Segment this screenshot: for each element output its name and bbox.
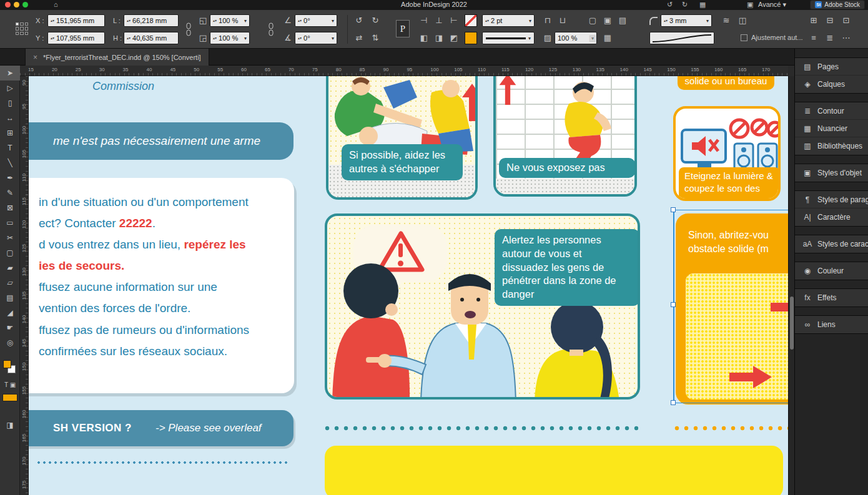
line-tool-icon[interactable]: ╲ [0, 155, 20, 170]
document-tab[interactable]: × *Flyer_terroristThreat_DEC.indd @ 150%… [25, 49, 209, 66]
pencil-tool-icon[interactable]: ✎ [0, 185, 20, 200]
selection-frame-edge[interactable] [673, 403, 788, 403]
path-profile-preview[interactable] [649, 32, 714, 44]
panel-tab-styles-de-parag[interactable]: ¶Styles de parag [795, 191, 868, 208]
reference-point-proxy[interactable] [16, 22, 28, 35]
formatting-affects-text-icon[interactable]: T ▣ [0, 379, 20, 390]
constrain-scale-icon[interactable] [267, 22, 275, 36]
checkbox-box[interactable] [741, 34, 747, 41]
scissors-tool-icon[interactable]: ✂ [0, 230, 20, 245]
hand-tool-icon[interactable]: ☛ [0, 320, 20, 335]
wrap-column-icon[interactable]: ▦ [601, 32, 614, 44]
comic-panel-alert-people[interactable]: Alertez les personnes autour de vous et … [325, 213, 640, 399]
wrap-bounding-icon[interactable]: ▣ [601, 14, 614, 27]
text-style-icon[interactable]: ≣ [823, 32, 837, 44]
rotate-ccw-icon[interactable]: ↺ [352, 14, 366, 27]
panel-tab-biblioth-ques[interactable]: ▥Bibliothèques [795, 137, 868, 155]
cap-butt-icon[interactable]: ⊓ [541, 14, 555, 27]
rectangle-tool-icon[interactable]: ▭ [0, 215, 20, 230]
yellow-section-block[interactable] [325, 446, 783, 495]
object-export-icon[interactable]: ⊞ [807, 14, 821, 27]
distribute-left-icon[interactable]: ◧ [417, 32, 431, 44]
rotate-cw-icon[interactable]: ↻ [368, 14, 382, 27]
flip-horizontal-icon[interactable]: ⇄ [352, 32, 366, 44]
gradient-feather-tool-icon[interactable]: ▱ [0, 275, 20, 290]
align-left-icon[interactable]: ⊣ [417, 14, 431, 27]
more-options-icon[interactable]: ⋯ [839, 32, 853, 44]
direct-selection-tool-icon[interactable]: ▷ [0, 81, 20, 96]
selection-handle[interactable] [671, 207, 676, 212]
scrollbar-thumb[interactable] [790, 297, 794, 350]
zoom-tool-icon[interactable]: ◎ [0, 335, 20, 350]
rectangle-frame-tool-icon[interactable]: ⊠ [0, 200, 20, 215]
stroke-color-swatch[interactable] [465, 14, 477, 27]
panel-tab-contour[interactable]: ≣Contour [795, 102, 868, 120]
constrain-dimensions-icon[interactable] [185, 22, 192, 36]
panel-tab-caract-re[interactable]: A|Caractère [795, 208, 868, 226]
align-right-icon[interactable]: ⊢ [447, 14, 461, 27]
frame-fitting-icon[interactable]: ◫ [736, 14, 749, 27]
options-icon[interactable]: ⊡ [839, 14, 853, 27]
flyer-footer-bar[interactable]: SH VERSION ? -> Please see overleaf [29, 410, 293, 446]
scale-x-field[interactable]: ▴▾100 %▾ [210, 14, 250, 27]
autofit-checkbox[interactable]: Ajustement aut... [741, 34, 803, 41]
wrap-jump-icon[interactable]: ▥ [586, 32, 599, 44]
fill-color-swatch[interactable] [465, 32, 477, 44]
cap-round-icon[interactable]: ⊔ [556, 14, 570, 27]
distribute-right-icon[interactable]: ◩ [447, 32, 461, 44]
gradient-swatch-tool-icon[interactable]: ▰ [0, 260, 20, 275]
note-tool-icon[interactable]: ▤ [0, 290, 20, 305]
panel-tab-styles-de-carac[interactable]: aAStyles de carac [795, 235, 868, 253]
panel-tab-calques[interactable]: ◈Calques [795, 76, 868, 93]
content-collector-tool-icon[interactable]: ⊞ [0, 125, 20, 140]
comic-panel-take-cover[interactable]: Ne vous exposez pas [493, 76, 637, 197]
flyer-info-panel[interactable]: in d'une situation ou d'un comportement … [29, 178, 294, 393]
effects-icon[interactable]: ≋ [719, 14, 733, 27]
free-transform-tool-icon[interactable]: ▢ [0, 245, 20, 260]
fill-stroke-proxy[interactable] [0, 358, 19, 379]
workspace-icon[interactable]: ▣ [747, 1, 753, 9]
gap-tool-icon[interactable]: ↔ [0, 110, 20, 125]
rotate-view-ccw-icon[interactable]: ↺ [667, 1, 673, 9]
workspace-switcher[interactable]: Avancé ▾ [758, 1, 786, 9]
page-tool-icon[interactable]: ▯ [0, 96, 20, 110]
eyedropper-tool-icon[interactable]: ◢ [0, 305, 20, 320]
panel-tab-nuancier[interactable]: ▦Nuancier [795, 120, 868, 137]
shear-field[interactable]: ▴▾0°▾ [295, 32, 337, 44]
corner-radius-field[interactable]: ▴▾3 mm▾ [661, 14, 712, 27]
grid-icon[interactable]: ▦ [699, 1, 706, 9]
height-field[interactable]: ▴▾40,635 mm [124, 32, 179, 44]
panel-tab-pages[interactable]: ▤Pages [795, 58, 868, 76]
fill-proxy-swatch[interactable] [3, 360, 11, 368]
width-field[interactable]: ▴▾66,218 mm [124, 14, 179, 27]
selection-frame-edge[interactable] [673, 210, 788, 210]
wrap-object-icon[interactable]: ▤ [616, 14, 629, 27]
vertical-scrollbar[interactable] [788, 76, 794, 495]
selection-handle[interactable] [671, 302, 676, 307]
x-field[interactable]: ▴▾151,965 mm [47, 14, 105, 27]
collapse-icon[interactable]: ⊟ [823, 14, 837, 27]
comic-panel-escape[interactable]: Si possible, aidez les autres à s'échapp… [326, 76, 478, 200]
type-tool-icon[interactable]: T [0, 140, 20, 155]
pen-tool-icon[interactable]: ✒ [0, 170, 20, 185]
rotate-view-cw-icon[interactable]: ↻ [682, 1, 688, 9]
panel-tab-effets[interactable]: fxEffets [795, 289, 868, 306]
y-field[interactable]: ▴▾107,955 mm [47, 32, 105, 44]
align-bottom-icon[interactable]: ⊥ [432, 14, 446, 27]
stroke-style-dropdown[interactable]: ▾ [482, 32, 535, 44]
flyer-header-bar[interactable]: me n'est pas nécessairement une arme [29, 122, 293, 160]
panel-tab-couleur[interactable]: ◉Couleur [795, 262, 868, 280]
panel-tab-styles-d-objet[interactable]: ▣Styles d'objet [795, 164, 868, 182]
horizontal-ruler[interactable]: 1520253035404550556065707580859095100105… [20, 66, 788, 76]
screen-mode-icon[interactable]: ◨ [0, 418, 20, 433]
rotation-field[interactable]: ▴▾0°▾ [295, 14, 337, 27]
document-canvas[interactable]: Commission me n'est pas nécessairement u… [29, 76, 788, 495]
applied-color-swatch[interactable] [2, 394, 17, 401]
panel-tab-liens[interactable]: ∞Liens [795, 316, 868, 333]
vertical-ruler[interactable]: 9095100105110115120125130135140145150155… [20, 76, 29, 495]
adobe-stock-search[interactable]: St Adobe Stock [810, 0, 865, 9]
selection-tool-icon[interactable]: ➤ [0, 66, 20, 81]
close-tab-icon[interactable]: × [33, 53, 37, 62]
flip-vertical-icon[interactable]: ⇅ [368, 32, 382, 44]
wrap-none-icon[interactable]: ▢ [586, 14, 599, 27]
